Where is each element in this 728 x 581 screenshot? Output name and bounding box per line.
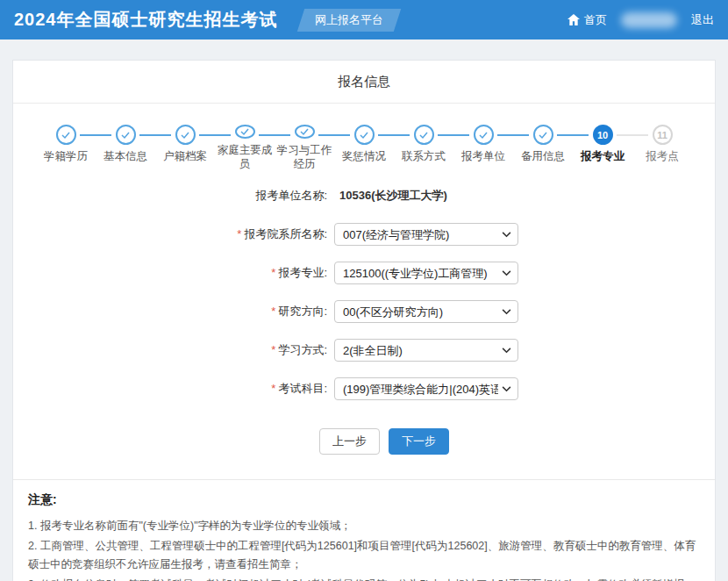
check-icon xyxy=(235,125,255,139)
step-label: 报考单位 xyxy=(461,149,505,163)
step-11: 11 报考点 xyxy=(632,125,692,170)
note-item-1: 1. 报考专业名称前面有"(专业学位)"字样的为专业学位的专业领域； xyxy=(28,517,700,535)
step-number: 10 xyxy=(593,125,613,145)
required-asterisk: * xyxy=(271,266,275,279)
step-label: 户籍档案 xyxy=(163,149,207,163)
research-direction-label: 研究方向: xyxy=(278,305,327,318)
step-5: 学习与工作经历 xyxy=(275,125,334,170)
step-4: 家庭主要成员 xyxy=(215,125,275,170)
app-title: 2024年全国硕士研究生招生考试 xyxy=(14,8,278,32)
form-buttons: 上一步 下一步 xyxy=(33,416,728,460)
step-1: 学籍学历 xyxy=(36,125,96,170)
note-item-3: 3. 修改报名信息时，第四考试科目，考试时间超过三小时 (考试科目代码第一位为5… xyxy=(28,576,700,581)
step-10-current: 10 报考专业 xyxy=(573,125,632,170)
required-asterisk: * xyxy=(237,227,241,240)
home-link-label: 首页 xyxy=(584,12,607,28)
notes-heading: 注意: xyxy=(28,492,700,508)
step-number: 11 xyxy=(653,125,673,145)
step-2: 基本信息 xyxy=(96,125,155,170)
check-icon xyxy=(474,125,494,145)
application-form: 报考单位名称: 10536(长沙理工大学) *报考院系所名称: 007(经济与管… xyxy=(13,170,715,460)
home-link[interactable]: 首页 xyxy=(567,12,607,28)
notes-section: 注意: 1. 报考专业名称前面有"(专业学位)"字样的为专业学位的专业领域； 2… xyxy=(13,480,715,581)
step-3: 户籍档案 xyxy=(155,125,215,170)
unit-name-value: 10536(长沙理工大学) xyxy=(339,188,447,204)
logout-link[interactable]: 退出 xyxy=(691,12,714,28)
major-label: 报考专业: xyxy=(278,266,327,279)
previous-step-button[interactable]: 上一步 xyxy=(319,428,380,455)
step-label: 报考点 xyxy=(646,149,679,163)
check-icon xyxy=(354,125,375,145)
home-icon xyxy=(567,14,580,25)
app-header: 2024年全国硕士研究生招生考试 网上报名平台 首页 退出 xyxy=(0,0,728,39)
step-label: 联系方式 xyxy=(402,149,446,163)
check-icon xyxy=(56,125,76,145)
step-7: 联系方式 xyxy=(394,125,453,170)
step-label: 学习与工作经历 xyxy=(275,143,333,170)
check-icon xyxy=(533,125,553,145)
required-asterisk: * xyxy=(271,382,275,395)
check-icon xyxy=(116,125,136,145)
research-direction-row: *研究方向: 00(不区分研究方向) xyxy=(13,300,715,323)
exam-subjects-row: *考试科目: (199)管理类综合能力|(204)英语（二）|(-... xyxy=(13,377,715,400)
registration-card: 报名信息 学籍学历 基本信息 户籍档案 家庭主要成员 学习与工作经历 奖惩情况 xyxy=(12,60,716,581)
check-icon xyxy=(414,125,434,145)
study-mode-select[interactable]: 2(非全日制) xyxy=(334,339,518,362)
page-title: 报名信息 xyxy=(13,61,715,104)
step-8: 报考单位 xyxy=(453,125,513,170)
platform-badge: 网上报名平台 xyxy=(296,9,400,32)
required-asterisk: * xyxy=(271,305,275,318)
research-direction-select[interactable]: 00(不区分研究方向) xyxy=(334,300,518,323)
step-9: 备用信息 xyxy=(513,125,573,170)
check-icon xyxy=(295,125,315,139)
department-label: 报考院系所名称: xyxy=(244,227,327,240)
step-label: 报考专业 xyxy=(581,149,625,163)
department-select[interactable]: 007(经济与管理学院) xyxy=(334,223,518,246)
step-label: 备用信息 xyxy=(521,149,565,163)
exam-subjects-select[interactable]: (199)管理类综合能力|(204)英语（二）|(-... xyxy=(334,377,518,400)
step-6: 奖惩情况 xyxy=(334,125,394,170)
step-label: 学籍学历 xyxy=(44,149,88,163)
step-progress: 学籍学历 基本信息 户籍档案 家庭主要成员 学习与工作经历 奖惩情况 联系方式 xyxy=(13,104,715,170)
note-item-2: 2. 工商管理、公共管理、工程管理硕士中的工程管理[代码为125601]和项目管… xyxy=(28,537,700,574)
department-row: *报考院系所名称: 007(经济与管理学院) xyxy=(13,223,715,246)
major-select[interactable]: 125100((专业学位)工商管理) xyxy=(334,262,518,284)
step-label: 家庭主要成员 xyxy=(216,143,274,170)
study-mode-label: 学习方式: xyxy=(278,343,327,356)
unit-name-label: 报考单位名称: xyxy=(13,188,327,204)
exam-subjects-label: 考试科目: xyxy=(278,382,327,395)
next-step-button[interactable]: 下一步 xyxy=(389,428,449,455)
study-mode-row: *学习方式: 2(非全日制) xyxy=(13,339,715,362)
check-icon xyxy=(175,125,196,145)
major-row: *报考专业: 125100((专业学位)工商管理) xyxy=(13,262,715,284)
required-asterisk: * xyxy=(271,343,275,356)
step-label: 奖惩情况 xyxy=(342,149,386,163)
logout-link-label: 退出 xyxy=(691,12,714,28)
step-label: 基本信息 xyxy=(103,149,147,163)
unit-name-row: 报考单位名称: 10536(长沙理工大学) xyxy=(13,184,715,207)
username-redacted xyxy=(621,12,677,28)
